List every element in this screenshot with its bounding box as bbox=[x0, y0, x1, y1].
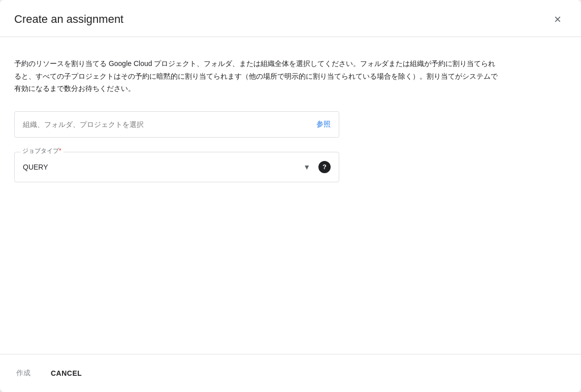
dropdown-arrow-icon[interactable]: ▼ bbox=[303, 163, 310, 171]
close-button[interactable]: × bbox=[548, 10, 567, 28]
dialog-body: 予約のリソースを割り当てる Google Cloud プロジェクト、フォルダ、ま… bbox=[0, 37, 581, 354]
dialog-header: Create an assignment × bbox=[0, 0, 581, 37]
help-icon[interactable]: ? bbox=[318, 161, 331, 173]
resource-input-container: 参照 bbox=[14, 111, 567, 138]
create-button[interactable]: 作成 bbox=[14, 365, 33, 382]
dialog-overlay: Create an assignment × 予約のリソースを割り当てる Goo… bbox=[0, 0, 581, 392]
job-type-select-wrapper[interactable]: QUERY ▼ ? bbox=[14, 152, 339, 182]
create-assignment-dialog: Create an assignment × 予約のリソースを割り当てる Goo… bbox=[0, 0, 581, 392]
browse-link[interactable]: 参照 bbox=[316, 120, 331, 129]
job-type-value: QUERY bbox=[23, 163, 303, 171]
cancel-button[interactable]: CANCEL bbox=[49, 365, 84, 381]
job-type-label: ジョブタイプ* bbox=[20, 147, 63, 155]
dialog-title: Create an assignment bbox=[14, 13, 123, 26]
dialog-footer: 作成 CANCEL bbox=[0, 354, 581, 392]
job-type-select-container: ジョブタイプ* QUERY ▼ ? bbox=[14, 152, 339, 182]
resource-input-field: 参照 bbox=[14, 111, 339, 138]
resource-input[interactable] bbox=[23, 120, 312, 128]
description-text: 予約のリソースを割り当てる Google Cloud プロジェクト、フォルダ、ま… bbox=[14, 57, 502, 95]
select-controls: ▼ ? bbox=[303, 161, 331, 173]
